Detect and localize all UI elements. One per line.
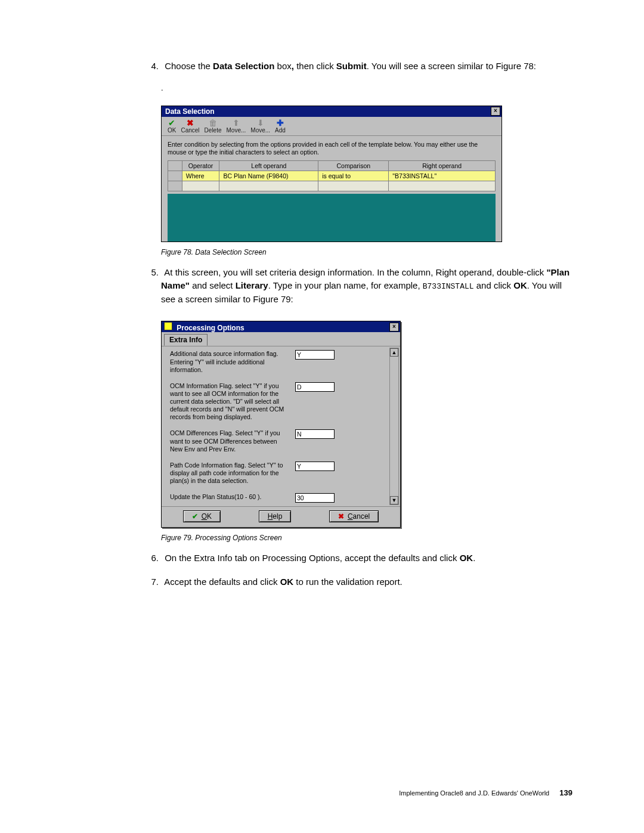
- step-6-a: On the Extra Info tab on Processing Opti…: [165, 553, 459, 563]
- ok-hotkey: O: [202, 512, 207, 521]
- move-up-label: Move...: [227, 127, 246, 134]
- page-footer: Implementing Oracle8 and J.D. Edwards' O…: [399, 788, 572, 797]
- option-desc-5: Update the Plan Status(10 - 60 ).: [170, 493, 289, 501]
- figure-79-caption: Figure 79. Processing Options Screen: [161, 534, 572, 542]
- step-5-code: B733INSTALL: [423, 282, 474, 291]
- option-row-2: OCM Information Flag. select ''Y'' if yo…: [170, 382, 397, 422]
- plus-icon: ✚: [275, 119, 286, 127]
- delete-button[interactable]: 🗑 Delete: [205, 119, 222, 134]
- option-desc-1: Additional data source information flag.…: [170, 350, 289, 373]
- check-icon: ✔: [168, 119, 176, 127]
- step-4-text-d: . You will see a screen similar to Figur…: [367, 61, 536, 71]
- col-header-operator[interactable]: Operator: [182, 161, 219, 171]
- processing-options-wrap: Processing Options × Extra Info Addition…: [161, 321, 572, 528]
- step-5-b3: OK: [513, 280, 527, 290]
- step-6: 6. On the Extra Info tab on Processing O…: [161, 552, 572, 565]
- cell-left-operand[interactable]: BC Plan Name (F9840): [219, 171, 318, 181]
- row-header[interactable]: [168, 171, 182, 181]
- step-7-num: 7.: [145, 575, 162, 589]
- data-selection-instructions: Enter condition by selecting from the op…: [168, 140, 496, 160]
- option-row-5: Update the Plan Status(10 - 60 ).: [170, 493, 397, 503]
- footer-text: Implementing Oracle8 and J.D. Edwards' O…: [399, 789, 549, 797]
- data-selection-window: Data Selection × ✔ OK ✖ Cancel 🗑 Delete …: [161, 106, 502, 242]
- option-input-5[interactable]: [295, 493, 335, 503]
- step-7-b: OK: [280, 577, 294, 587]
- processing-options-titlebar: Processing Options ×: [162, 321, 400, 332]
- option-row-3: OCM Differences Flag. Select ''Y'' if yo…: [170, 429, 397, 453]
- ok-button[interactable]: ✔ OK: [183, 510, 221, 522]
- x-icon: ✖: [338, 512, 344, 521]
- page: 4. Choose the Data Selection box, then c…: [0, 0, 644, 833]
- option-row-4: Path Code Information flag. Select ''Y''…: [170, 462, 397, 485]
- step-4-num: 4.: [145, 60, 162, 73]
- window-icon: [164, 322, 172, 330]
- option-desc-4: Path Code Information flag. Select ''Y''…: [170, 462, 289, 485]
- scroll-up-icon[interactable]: ▲: [390, 348, 398, 357]
- cell-comparison[interactable]: is equal to: [318, 171, 389, 181]
- move-down-button[interactable]: ⬇ Move...: [250, 119, 270, 134]
- delete-label: Delete: [205, 127, 222, 134]
- move-up-button[interactable]: ⬆ Move...: [227, 119, 246, 134]
- ok-button[interactable]: ✔ OK: [168, 119, 176, 134]
- step-4-bold-1: Data Selection: [213, 61, 274, 71]
- add-button[interactable]: ✚ Add: [275, 119, 286, 134]
- data-selection-title: Data Selection: [165, 107, 215, 116]
- step-5-b: and select: [190, 280, 236, 290]
- option-desc-2: OCM Information Flag. select ''Y'' if yo…: [170, 382, 289, 422]
- processing-options-body: Additional data source information flag.…: [162, 346, 400, 506]
- col-header-comparison[interactable]: Comparison: [318, 161, 389, 171]
- option-input-3[interactable]: [295, 429, 335, 439]
- step-6-c: .: [473, 553, 475, 563]
- step-4-text-b: box: [274, 61, 291, 71]
- step-6-num: 6.: [145, 552, 162, 565]
- option-input-2[interactable]: [295, 382, 335, 392]
- arrow-down-icon: ⬇: [250, 119, 270, 127]
- data-selection-canvas: [168, 194, 496, 241]
- step-5-num: 5.: [145, 266, 162, 279]
- step-4-text-a: Choose the: [165, 61, 213, 71]
- option-row-1: Additional data source information flag.…: [170, 350, 397, 373]
- move-down-label: Move...: [250, 127, 270, 134]
- step-6-b: OK: [460, 553, 473, 563]
- step-5-d: and click: [474, 280, 514, 290]
- option-input-1[interactable]: [295, 350, 335, 360]
- x-icon: ✖: [181, 119, 199, 127]
- data-selection-toolbar: ✔ OK ✖ Cancel 🗑 Delete ⬆ Move... ⬇ Move.…: [162, 117, 501, 136]
- add-label: Add: [275, 127, 286, 134]
- ok-rest: K: [207, 512, 212, 521]
- help-button[interactable]: Help: [259, 510, 292, 522]
- close-icon[interactable]: ×: [389, 323, 399, 332]
- tab-row: Extra Info: [162, 332, 400, 346]
- grid-empty-row: [168, 181, 496, 191]
- cancel-label: Cancel: [181, 127, 199, 134]
- tab-extra-info[interactable]: Extra Info: [164, 334, 208, 346]
- step-5-a: At this screen, you will set criteria de…: [164, 267, 546, 277]
- processing-options-title: Processing Options: [177, 324, 244, 332]
- cancel-rest: ancel: [353, 512, 370, 521]
- step-5-c: . Type in your plan name, for example,: [268, 280, 423, 290]
- scroll-down-icon[interactable]: ▼: [390, 496, 398, 504]
- figure-78-caption: Figure 78. Data Selection Screen: [161, 248, 572, 256]
- option-desc-3: OCM Differences Flag. Select ''Y'' if yo…: [170, 429, 289, 453]
- arrow-up-icon: ⬆: [227, 119, 246, 127]
- step-5: 5. At this screen, you will set criteria…: [161, 266, 572, 305]
- step-4-text-c: then click: [294, 61, 336, 71]
- grid-corner: [168, 161, 182, 171]
- cancel-hotkey: C: [348, 512, 353, 521]
- criteria-grid: Operator Left operand Comparison Right o…: [168, 160, 496, 191]
- step-7: 7. Accept the defaults and click OK to r…: [161, 575, 572, 589]
- data-selection-titlebar: Data Selection ×: [162, 106, 501, 117]
- grid-header-row: Operator Left operand Comparison Right o…: [168, 161, 496, 171]
- scrollbar[interactable]: ▲ ▼: [389, 348, 399, 505]
- cancel-button[interactable]: ✖ Cancel: [329, 510, 379, 522]
- close-icon[interactable]: ×: [491, 107, 500, 116]
- cancel-button[interactable]: ✖ Cancel: [181, 119, 199, 134]
- cell-right-operand[interactable]: "B733INSTALL": [389, 171, 496, 181]
- col-header-right-operand[interactable]: Right operand: [389, 161, 496, 171]
- option-input-4[interactable]: [295, 462, 335, 471]
- step-5-b2: Literary: [236, 280, 268, 290]
- cell-operator[interactable]: Where: [182, 171, 219, 181]
- help-rest: elp: [273, 512, 282, 521]
- col-header-left-operand[interactable]: Left operand: [219, 161, 318, 171]
- step-4: 4. Choose the Data Selection box, then c…: [161, 60, 572, 73]
